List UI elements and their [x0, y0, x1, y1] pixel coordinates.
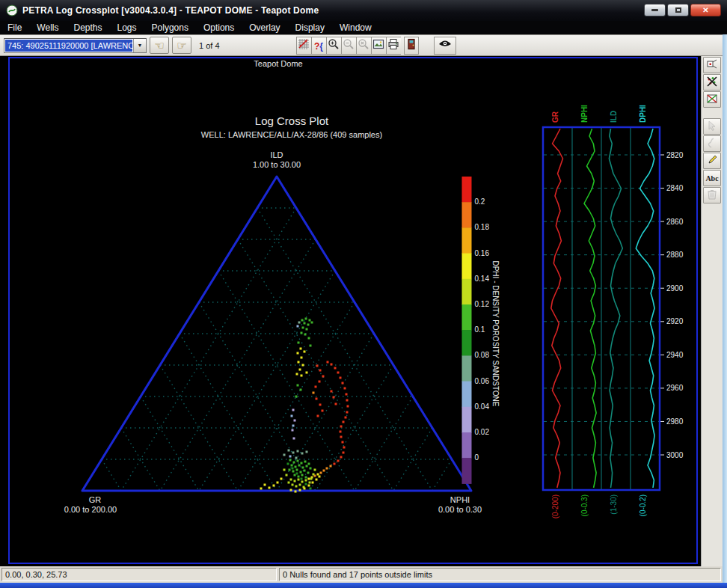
window-title: PETRA Log Crossplot [v3004.3.0.4] - TEAP… — [22, 5, 319, 16]
delete-points-button[interactable] — [703, 74, 721, 91]
colorbar-tick: 0.16 — [475, 249, 490, 257]
poly-points-icon — [706, 58, 718, 73]
log-track-panel: 2820284028602880290029202940296029803000… — [543, 105, 684, 518]
crossplot-icon — [298, 38, 310, 53]
curve-scale-label: (0-200) — [551, 494, 559, 518]
menu-bar: FileWellsDepthsLogsPolygonsOptionsOverla… — [0, 21, 727, 34]
curve-scale-label: (0-0.3) — [580, 494, 589, 516]
well-selector[interactable]: 745: 49025111920000 [LAWRENCE/A ▼ — [4, 38, 147, 53]
select-arrow-button — [703, 118, 721, 135]
plot-subtitle: WELL: LAWRENCE/ALL/AX-28/86 (409 samples… — [201, 130, 382, 139]
window-border-right — [723, 34, 727, 584]
colorbar-tick: 0.1 — [475, 325, 485, 334]
colorbar-label: DPHI - DENSITY POROSITY SANDSTONE — [491, 260, 500, 406]
well-selector-value: 745: 49025111920000 [LAWRENCE/A — [4, 39, 133, 52]
colorbar-tick: 0.06 — [475, 377, 490, 385]
arrow-icon — [707, 120, 717, 133]
axis-right-range: 0.00 to 0.30 — [438, 505, 482, 514]
depth-label: 2820 — [666, 151, 684, 159]
prev-well-button[interactable]: ☜ — [150, 37, 169, 54]
text-icon: Abc — [705, 173, 718, 183]
pencil-icon — [707, 154, 718, 168]
colorbar-tick: 0.18 — [475, 223, 490, 231]
axis-left-label: GR — [89, 495, 102, 504]
axis-top-label: ILD — [270, 150, 283, 159]
delete-points-icon — [706, 76, 718, 90]
depth-label: 3000 — [666, 451, 684, 459]
ternary-grid — [102, 208, 452, 491]
page-indicator: 1 of 4 — [199, 41, 220, 50]
menu-item-wells[interactable]: Wells — [29, 22, 66, 34]
trash-icon — [707, 189, 717, 202]
depth-label: 2900 — [666, 284, 684, 293]
hand-right-icon: ☞ — [177, 39, 186, 52]
zoom-in-button[interactable] — [326, 37, 341, 55]
window-border-bottom — [0, 583, 727, 588]
curve-scale-label: (0-0.2) — [639, 494, 647, 516]
curve-name-label: GR — [551, 111, 559, 123]
menu-item-window[interactable]: Window — [332, 22, 379, 34]
depth-label: 2980 — [666, 417, 684, 426]
close-button[interactable]: ✕ — [690, 4, 721, 16]
plot-area[interactable]: Teapot Dome Log Cross Plot WELL: LAWRENC… — [1, 56, 701, 566]
edit-polygon-points-button[interactable] — [703, 57, 721, 73]
pencil-annotate-button[interactable] — [703, 153, 721, 169]
colorbar-tick: 0 — [475, 453, 479, 462]
menu-item-overlay[interactable]: Overlay — [242, 22, 287, 34]
status-bar: 0.00, 0.30, 25.73 0 Nulls found and 17 p… — [0, 566, 723, 583]
query-icon: ?{ — [314, 39, 323, 52]
app-icon — [6, 4, 18, 16]
colorbar-tick: 0.02 — [475, 428, 490, 436]
freehand-icon — [707, 138, 717, 150]
exit-button[interactable] — [404, 37, 419, 55]
menu-item-display[interactable]: Display — [288, 22, 332, 34]
curve-name-label: DPHI — [639, 105, 647, 123]
colorbar-tick: 0.08 — [475, 351, 490, 359]
curve-name-label: ILD — [610, 111, 618, 123]
chevron-down-icon[interactable]: ▼ — [133, 39, 146, 52]
freehand-draw-button — [703, 135, 721, 152]
menu-item-depths[interactable]: Depths — [66, 22, 109, 34]
axis-top-range: 1.00 to 30.00 — [253, 160, 301, 169]
colorbar-tick: 0.14 — [475, 275, 490, 283]
minimize-button[interactable] — [644, 4, 666, 16]
door-icon — [405, 38, 417, 53]
view-options-button[interactable] — [434, 37, 456, 55]
query-point-button[interactable]: ?{ — [311, 37, 326, 55]
text-annotate-button[interactable]: Abc — [703, 170, 721, 186]
scatter-points — [260, 318, 349, 493]
depth-label: 2920 — [666, 317, 684, 325]
hand-left-icon: ☜ — [154, 39, 164, 52]
crossplot-settings-button[interactable] — [296, 37, 311, 55]
menu-item-options[interactable]: Options — [196, 22, 242, 34]
delete-box-button[interactable] — [703, 91, 721, 108]
side-toolbar: Abc — [701, 56, 723, 566]
colorbar-tick: 0.04 — [475, 402, 490, 411]
image-icon — [372, 38, 384, 53]
toolbar-buttons: ?{ — [296, 37, 456, 55]
axis-right-label: NPHI — [450, 495, 470, 504]
depth-label: 2960 — [666, 384, 684, 392]
menu-item-polygons[interactable]: Polygons — [144, 22, 196, 34]
curve-name-label: NPHI — [580, 105, 589, 123]
zoom-out-button — [341, 37, 356, 55]
plot-title: Log Cross Plot — [255, 114, 329, 127]
depth-label: 2940 — [666, 351, 684, 359]
menu-item-file[interactable]: File — [0, 22, 29, 34]
next-well-button[interactable]: ☞ — [172, 37, 191, 54]
zoom-x-icon — [358, 38, 369, 53]
main-toolbar: 745: 49025111920000 [LAWRENCE/A ▼ ☜ ☞ 1 … — [0, 34, 727, 56]
depth-label: 2880 — [666, 251, 684, 259]
delete-box-icon — [706, 93, 718, 107]
zoom-reset-button — [356, 37, 371, 55]
menu-item-logs[interactable]: Logs — [110, 22, 144, 34]
restore-button[interactable] — [667, 4, 689, 16]
depth-label: 2860 — [666, 218, 684, 226]
colorbar-tick: 0.12 — [475, 300, 490, 308]
delete-annotation-button — [703, 187, 721, 203]
copy-image-button[interactable] — [371, 37, 386, 55]
print-button[interactable] — [386, 37, 401, 55]
title-bar[interactable]: PETRA Log Crossplot [v3004.3.0.4] - TEAP… — [0, 0, 727, 21]
print-icon — [387, 38, 399, 53]
eye-icon — [438, 39, 453, 52]
